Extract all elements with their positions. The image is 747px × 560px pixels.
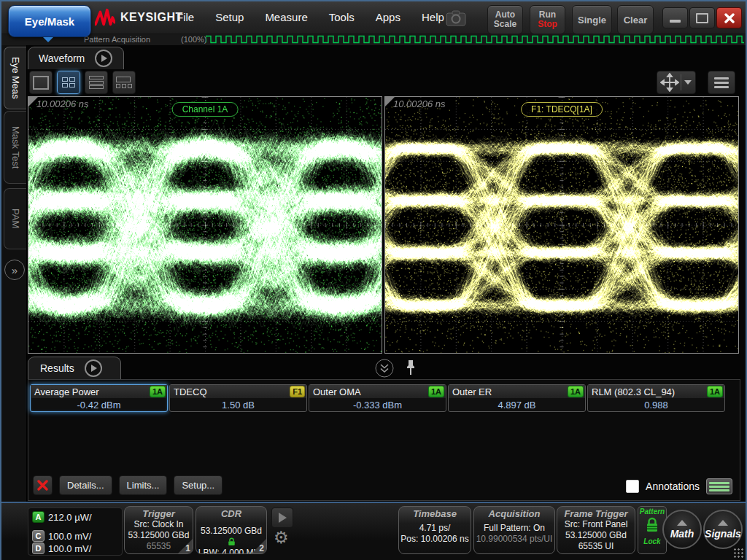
- screenshot-camera-icon[interactable]: [445, 9, 467, 27]
- red-x-icon: [37, 480, 48, 491]
- panel-number: 2: [259, 543, 264, 553]
- pane-label-channel-1a[interactable]: Channel 1A: [172, 102, 239, 117]
- waveform-pane-tdecq[interactable]: 10.00206 ns F1: TDECQ[1A]: [384, 96, 739, 354]
- channel-scales-block[interactable]: A 212.0 µW/ C 100.0 mV/ D 100.0 mV/: [28, 508, 123, 556]
- frame-trigger-panel[interactable]: Frame Trigger Src: Front Panel 53.125000…: [557, 506, 635, 554]
- annotation-lines-button[interactable]: [706, 478, 732, 494]
- menu-measure[interactable]: Measure: [265, 11, 307, 23]
- waveform-pane-channel-1a[interactable]: 10.00206 ns Channel 1A: [28, 96, 382, 354]
- run-pause-small-button[interactable]: [271, 508, 293, 528]
- minimize-icon: [670, 20, 681, 23]
- pan-dropdown-icon[interactable]: [684, 80, 692, 85]
- maximize-icon: [696, 13, 708, 23]
- play-icon: [279, 513, 287, 523]
- result-cell-outer-oma[interactable]: Outer OMA1A -0.333 dBm: [309, 384, 446, 412]
- pan-tool-button[interactable]: [657, 71, 696, 94]
- close-button[interactable]: [716, 7, 742, 28]
- details-label: Details...: [67, 480, 104, 491]
- delete-measurement-button[interactable]: [33, 475, 53, 495]
- single-button[interactable]: Single: [572, 5, 612, 34]
- maximize-button[interactable]: [689, 7, 715, 28]
- details-button[interactable]: Details...: [59, 475, 112, 495]
- result-value: 1.50 dB: [170, 398, 306, 413]
- layout-mixed-button[interactable]: [112, 71, 136, 94]
- eye-mask-app-button[interactable]: Eye/Mask: [8, 5, 91, 37]
- eye-diagram-green-canvas[interactable]: [28, 97, 382, 353]
- result-cell-tdecq[interactable]: TDECQF1 1.50 dB: [169, 384, 307, 412]
- run-stop-button[interactable]: Run Stop: [530, 5, 565, 34]
- keysight-spark-icon: [95, 8, 115, 27]
- pan-arrows-icon: [660, 73, 679, 92]
- limits-button[interactable]: Limits...: [119, 475, 168, 495]
- frame-trigger-title: Frame Trigger: [557, 508, 635, 519]
- result-cell-average-power[interactable]: Average Power1A -0.42 dBm: [30, 384, 168, 412]
- result-cell-rlm[interactable]: RLM (802.3 CL_94)1A 0.988: [587, 384, 725, 412]
- channel-d-row[interactable]: D 100.0 mV/: [32, 542, 91, 554]
- channel-c-scale: 100.0 mV/: [48, 531, 91, 542]
- tab-play-icon[interactable]: [95, 50, 112, 67]
- lock-icon: [228, 537, 236, 546]
- brand-label: KEYSIGHT: [120, 11, 183, 24]
- menu-hamburger-button[interactable]: [708, 71, 735, 94]
- trigger-source: Src: Clock In: [125, 519, 193, 530]
- pattern-acquisition-wave: [206, 34, 744, 44]
- sidebar-tab-mask-test[interactable]: Mask Test: [4, 111, 26, 184]
- single-label: Single: [578, 15, 606, 25]
- menu-apps[interactable]: Apps: [376, 11, 400, 23]
- pane-timestamp: 10.00206 ns: [393, 98, 446, 109]
- eye-diagram-yellow-canvas[interactable]: [385, 97, 738, 353]
- tab-results[interactable]: Results: [28, 357, 121, 379]
- channel-c-row[interactable]: C 100.0 mV/: [32, 530, 91, 542]
- gear-icon[interactable]: [274, 528, 289, 548]
- close-icon: [724, 13, 735, 23]
- resize-grip[interactable]: [733, 548, 743, 558]
- frame-trigger-source: Src: Front Panel: [557, 519, 635, 530]
- signals-button[interactable]: Signals: [703, 510, 743, 549]
- sidebar-tab-eye-meas[interactable]: Eye Meas: [4, 47, 26, 109]
- auto-scale-label-2: Scale: [494, 20, 516, 29]
- layout-single-button[interactable]: [29, 71, 53, 94]
- frame-trigger-rate: 53.125000 GBd: [557, 530, 635, 541]
- acquisition-mode: Full Pattern: On: [474, 523, 554, 534]
- result-name: Average Power: [34, 386, 150, 397]
- tab-waveform[interactable]: Waveform: [28, 47, 124, 69]
- chevron-down-icon: [43, 37, 53, 42]
- pane-label-tdecq[interactable]: F1: TDECQ[1A]: [521, 102, 603, 117]
- menubar: File Setup Measure Tools Apps Help: [177, 11, 444, 23]
- tab-label: Mask Test: [10, 126, 21, 168]
- menu-file[interactable]: File: [177, 11, 194, 23]
- timebase-title: Timebase: [399, 508, 471, 519]
- layout-quad-button[interactable]: [57, 71, 80, 94]
- menu-help[interactable]: Help: [422, 11, 444, 23]
- collapse-chevrons-icon[interactable]: [375, 359, 394, 378]
- app-button-label: Eye/Mask: [25, 15, 74, 28]
- annotations-label: Annotations: [646, 481, 700, 492]
- panel-number: 1: [185, 543, 190, 553]
- math-button[interactable]: Math: [662, 510, 702, 549]
- layout-rows-button[interactable]: [85, 71, 108, 94]
- result-name: RLM (802.3 CL_94): [592, 386, 707, 397]
- sidebar-tab-pam[interactable]: PAM: [4, 188, 26, 249]
- tab-label: Eye Meas: [10, 57, 21, 99]
- status-bar: A 212.0 µW/ C 100.0 mV/ D 100.0 mV/ Trig…: [1, 502, 746, 560]
- acquisition-title: Acquisition: [474, 508, 554, 519]
- menu-setup[interactable]: Setup: [215, 11, 244, 23]
- minimize-button[interactable]: [662, 7, 688, 28]
- pin-icon[interactable]: [406, 359, 416, 378]
- timebase-panel[interactable]: Timebase 4.71 ps/ Pos: 10.00206 ns: [398, 506, 471, 554]
- menu-tools[interactable]: Tools: [329, 11, 355, 23]
- tab-play-icon[interactable]: [85, 359, 102, 377]
- clear-button[interactable]: Clear: [617, 5, 654, 34]
- trigger-panel[interactable]: Trigger Src: Clock In 53.125000 GBd 6553…: [124, 506, 193, 554]
- annotations-checkbox[interactable]: [626, 480, 639, 493]
- tab-label: PAM: [10, 209, 21, 228]
- sidebar-expand-chevron-icon[interactable]: [4, 260, 25, 280]
- layout-single-icon: [33, 76, 49, 90]
- auto-scale-button[interactable]: Auto Scale: [487, 5, 523, 34]
- setup-button[interactable]: Setup...: [174, 475, 222, 495]
- acquisition-panel[interactable]: Acquisition Full Pattern: On 10.99000534…: [473, 506, 555, 554]
- results-tab-label: Results: [40, 362, 74, 374]
- cdr-panel[interactable]: CDR 53.125000 GBd LBW: 4.000 MHz 2: [196, 506, 267, 554]
- result-cell-outer-er[interactable]: Outer ER1A 4.897 dB: [448, 384, 586, 412]
- channel-a-row[interactable]: A 212.0 µW/: [32, 511, 92, 523]
